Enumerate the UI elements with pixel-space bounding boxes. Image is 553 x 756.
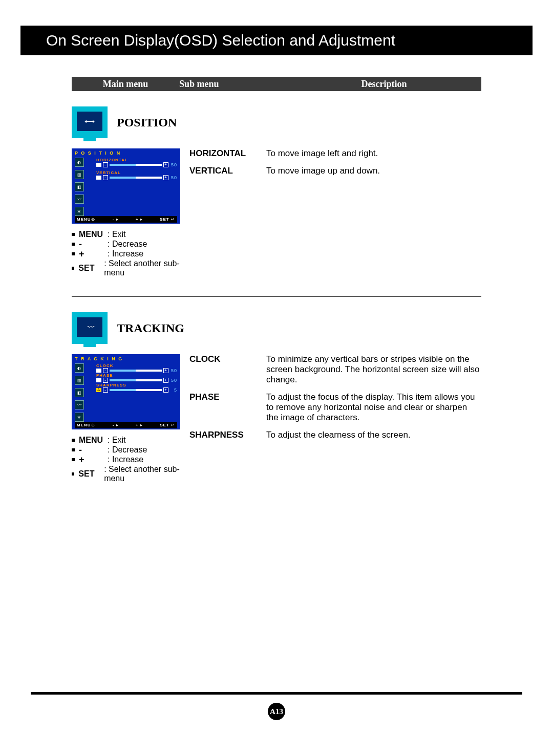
description-table-tracking: CLOCK To minimize any vertical bars or s… (189, 354, 481, 484)
col-main: Main menu (72, 79, 179, 90)
submenu-label: PHASE (189, 392, 266, 423)
section-title: POSITION (117, 116, 177, 129)
osd-side-icon: ◐ (75, 158, 84, 167)
legend-tracking: MENU: Exit -: Decrease +: Increase SET: … (72, 436, 189, 483)
page-title: On Screen Display(OSD) Selection and Adj… (46, 32, 395, 49)
submenu-desc: To move image up and down. (266, 166, 380, 176)
osd-side-icon: 〰 (75, 195, 84, 204)
osd-screenshot-position: P O S I T I O N ◐ ▥ ◧ 〰 ✲ HORIZONTAL -+5… (72, 148, 180, 224)
submenu-desc: To minimize any vertical bars or stripes… (266, 354, 481, 385)
osd-side-icon: ▥ (75, 170, 84, 179)
page-number: A13 (268, 703, 285, 720)
section-header-tracking: 〰 TRACKING (72, 312, 481, 344)
submenu-label: CLOCK (189, 354, 266, 385)
section-title: TRACKING (117, 321, 184, 335)
footer-rule (31, 692, 522, 695)
description-table-position: HORIZONTAL To move image left and right.… (189, 148, 481, 278)
submenu-desc: To adjust the focus of the display. This… (266, 392, 481, 423)
osd-side-icon: ✲ (75, 207, 84, 216)
submenu-desc: To adjust the clearness of the screen. (266, 430, 411, 440)
col-sub: Sub menu (179, 79, 287, 90)
separator (72, 296, 481, 297)
monitor-tracking-icon: 〰 (72, 312, 108, 344)
section-header-position: ⟷ POSITION (72, 106, 481, 138)
submenu-label: VERTICAL (189, 166, 266, 176)
page-header: On Screen Display(OSD) Selection and Adj… (20, 26, 533, 55)
column-header-row: Main menu Sub menu Description (72, 77, 481, 91)
legend-position: MENU: Exit -: Decrease +: Increase SET: … (72, 230, 189, 277)
osd-side-icon: 〰 (75, 400, 84, 409)
osd-screenshot-tracking: T R A C K I N G ◐ ▥ ◧ 〰 ✲ CLOCK -+50 PHA… (72, 354, 180, 429)
monitor-position-icon: ⟷ (72, 106, 108, 138)
osd-side-icon: ▥ (75, 376, 84, 385)
osd-side-icon: ◧ (75, 388, 84, 397)
submenu-desc: To move image left and right. (266, 148, 378, 159)
submenu-label: HORIZONTAL (189, 148, 266, 159)
osd-side-icon: ✲ (75, 413, 84, 422)
col-desc: Description (287, 79, 481, 90)
submenu-label: SHARPNESS (189, 430, 266, 440)
osd-side-icon: ◧ (75, 182, 84, 191)
osd-side-icon: ◐ (75, 363, 84, 373)
